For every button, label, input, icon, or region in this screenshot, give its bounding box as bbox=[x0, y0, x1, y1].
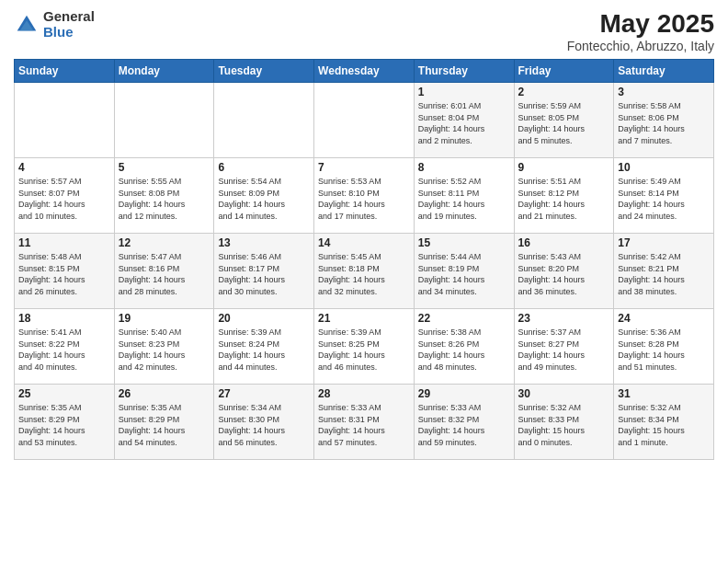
calendar-cell: 5Sunrise: 5:55 AM Sunset: 8:08 PM Daylig… bbox=[114, 158, 214, 234]
calendar-week-2: 4Sunrise: 5:57 AM Sunset: 8:07 PM Daylig… bbox=[15, 158, 714, 234]
col-friday: Friday bbox=[514, 60, 614, 83]
calendar-cell: 18Sunrise: 5:41 AM Sunset: 8:22 PM Dayli… bbox=[15, 309, 115, 385]
calendar-cell: 8Sunrise: 5:52 AM Sunset: 8:11 PM Daylig… bbox=[414, 158, 514, 234]
day-number: 2 bbox=[518, 86, 610, 98]
calendar-cell: 23Sunrise: 5:37 AM Sunset: 8:27 PM Dayli… bbox=[514, 309, 614, 385]
day-number: 14 bbox=[318, 236, 410, 249]
day-number: 12 bbox=[119, 236, 210, 249]
calendar-cell bbox=[214, 83, 314, 158]
day-info: Sunrise: 5:39 AM Sunset: 8:25 PM Dayligh… bbox=[318, 327, 410, 373]
day-number: 24 bbox=[618, 312, 710, 325]
day-info: Sunrise: 5:48 AM Sunset: 8:15 PM Dayligh… bbox=[18, 251, 110, 297]
day-number: 17 bbox=[618, 236, 710, 249]
day-number: 23 bbox=[518, 312, 610, 325]
col-wednesday: Wednesday bbox=[314, 60, 415, 83]
calendar-cell: 16Sunrise: 5:43 AM Sunset: 8:20 PM Dayli… bbox=[514, 234, 614, 309]
calendar-cell: 6Sunrise: 5:54 AM Sunset: 8:09 PM Daylig… bbox=[214, 158, 314, 234]
header-row: Sunday Monday Tuesday Wednesday Thursday… bbox=[15, 60, 714, 83]
day-info: Sunrise: 5:36 AM Sunset: 8:28 PM Dayligh… bbox=[618, 327, 710, 373]
calendar-cell: 14Sunrise: 5:45 AM Sunset: 8:18 PM Dayli… bbox=[314, 234, 415, 309]
day-info: Sunrise: 5:46 AM Sunset: 8:17 PM Dayligh… bbox=[218, 251, 310, 297]
logo-icon bbox=[14, 12, 40, 38]
day-number: 10 bbox=[618, 161, 710, 174]
day-info: Sunrise: 5:54 AM Sunset: 8:09 PM Dayligh… bbox=[218, 176, 310, 222]
day-info: Sunrise: 5:58 AM Sunset: 8:06 PM Dayligh… bbox=[618, 100, 710, 146]
calendar-cell: 20Sunrise: 5:39 AM Sunset: 8:24 PM Dayli… bbox=[214, 309, 314, 385]
day-info: Sunrise: 5:32 AM Sunset: 8:33 PM Dayligh… bbox=[518, 402, 610, 448]
calendar-cell: 28Sunrise: 5:33 AM Sunset: 8:31 PM Dayli… bbox=[314, 385, 415, 460]
day-number: 31 bbox=[618, 387, 710, 400]
calendar-cell: 29Sunrise: 5:33 AM Sunset: 8:32 PM Dayli… bbox=[414, 385, 514, 460]
title-block: May 2025 Fontecchio, Abruzzo, Italy bbox=[567, 9, 714, 53]
day-info: Sunrise: 5:34 AM Sunset: 8:30 PM Dayligh… bbox=[218, 402, 310, 448]
day-number: 11 bbox=[18, 236, 110, 249]
day-info: Sunrise: 5:51 AM Sunset: 8:12 PM Dayligh… bbox=[518, 176, 610, 222]
logo-general: General bbox=[43, 9, 95, 25]
calendar-header: Sunday Monday Tuesday Wednesday Thursday… bbox=[15, 60, 714, 83]
day-info: Sunrise: 5:44 AM Sunset: 8:19 PM Dayligh… bbox=[418, 251, 510, 297]
calendar-cell: 3Sunrise: 5:58 AM Sunset: 8:06 PM Daylig… bbox=[614, 83, 714, 158]
day-info: Sunrise: 6:01 AM Sunset: 8:04 PM Dayligh… bbox=[418, 100, 510, 146]
day-number: 21 bbox=[318, 312, 410, 325]
calendar-cell: 27Sunrise: 5:34 AM Sunset: 8:30 PM Dayli… bbox=[214, 385, 314, 460]
calendar-table: Sunday Monday Tuesday Wednesday Thursday… bbox=[14, 59, 714, 460]
day-info: Sunrise: 5:45 AM Sunset: 8:18 PM Dayligh… bbox=[318, 251, 410, 297]
day-number: 3 bbox=[618, 86, 710, 98]
day-number: 30 bbox=[518, 387, 610, 400]
day-info: Sunrise: 5:42 AM Sunset: 8:21 PM Dayligh… bbox=[618, 251, 710, 297]
calendar-cell: 26Sunrise: 5:35 AM Sunset: 8:29 PM Dayli… bbox=[114, 385, 214, 460]
calendar-week-3: 11Sunrise: 5:48 AM Sunset: 8:15 PM Dayli… bbox=[15, 234, 714, 309]
calendar-body: 1Sunrise: 6:01 AM Sunset: 8:04 PM Daylig… bbox=[15, 83, 714, 460]
calendar-cell: 13Sunrise: 5:46 AM Sunset: 8:17 PM Dayli… bbox=[214, 234, 314, 309]
page-header: General Blue May 2025 Fontecchio, Abruzz… bbox=[14, 9, 714, 53]
day-number: 7 bbox=[318, 161, 410, 174]
day-number: 29 bbox=[418, 387, 510, 400]
day-number: 22 bbox=[418, 312, 510, 325]
day-info: Sunrise: 5:55 AM Sunset: 8:08 PM Dayligh… bbox=[119, 176, 210, 222]
col-sunday: Sunday bbox=[15, 60, 115, 83]
logo-blue: Blue bbox=[43, 25, 95, 40]
day-info: Sunrise: 5:43 AM Sunset: 8:20 PM Dayligh… bbox=[518, 251, 610, 297]
calendar-cell: 7Sunrise: 5:53 AM Sunset: 8:10 PM Daylig… bbox=[314, 158, 415, 234]
calendar-week-5: 25Sunrise: 5:35 AM Sunset: 8:29 PM Dayli… bbox=[15, 385, 714, 460]
day-number: 28 bbox=[318, 387, 410, 400]
day-info: Sunrise: 5:39 AM Sunset: 8:24 PM Dayligh… bbox=[218, 327, 310, 373]
calendar-cell: 9Sunrise: 5:51 AM Sunset: 8:12 PM Daylig… bbox=[514, 158, 614, 234]
day-info: Sunrise: 5:59 AM Sunset: 8:05 PM Dayligh… bbox=[518, 100, 610, 146]
calendar-cell: 24Sunrise: 5:36 AM Sunset: 8:28 PM Dayli… bbox=[614, 309, 714, 385]
calendar-cell: 22Sunrise: 5:38 AM Sunset: 8:26 PM Dayli… bbox=[414, 309, 514, 385]
day-number: 8 bbox=[418, 161, 510, 174]
day-number: 20 bbox=[218, 312, 310, 325]
calendar-cell: 1Sunrise: 6:01 AM Sunset: 8:04 PM Daylig… bbox=[414, 83, 514, 158]
calendar-week-4: 18Sunrise: 5:41 AM Sunset: 8:22 PM Dayli… bbox=[15, 309, 714, 385]
calendar-cell: 25Sunrise: 5:35 AM Sunset: 8:29 PM Dayli… bbox=[15, 385, 115, 460]
calendar-cell: 30Sunrise: 5:32 AM Sunset: 8:33 PM Dayli… bbox=[514, 385, 614, 460]
day-info: Sunrise: 5:38 AM Sunset: 8:26 PM Dayligh… bbox=[418, 327, 510, 373]
col-thursday: Thursday bbox=[414, 60, 514, 83]
calendar-cell: 21Sunrise: 5:39 AM Sunset: 8:25 PM Dayli… bbox=[314, 309, 415, 385]
calendar-cell: 17Sunrise: 5:42 AM Sunset: 8:21 PM Dayli… bbox=[614, 234, 714, 309]
day-number: 16 bbox=[518, 236, 610, 249]
day-number: 1 bbox=[418, 86, 510, 98]
calendar-cell: 10Sunrise: 5:49 AM Sunset: 8:14 PM Dayli… bbox=[614, 158, 714, 234]
calendar-cell bbox=[314, 83, 415, 158]
day-number: 4 bbox=[18, 161, 110, 174]
day-info: Sunrise: 5:33 AM Sunset: 8:31 PM Dayligh… bbox=[318, 402, 410, 448]
calendar-cell bbox=[114, 83, 214, 158]
logo-text: General Blue bbox=[43, 9, 95, 40]
day-info: Sunrise: 5:57 AM Sunset: 8:07 PM Dayligh… bbox=[18, 176, 110, 222]
calendar-week-1: 1Sunrise: 6:01 AM Sunset: 8:04 PM Daylig… bbox=[15, 83, 714, 158]
day-number: 9 bbox=[518, 161, 610, 174]
calendar-cell: 15Sunrise: 5:44 AM Sunset: 8:19 PM Dayli… bbox=[414, 234, 514, 309]
logo: General Blue bbox=[14, 9, 95, 40]
day-info: Sunrise: 5:40 AM Sunset: 8:23 PM Dayligh… bbox=[119, 327, 210, 373]
calendar-cell: 2Sunrise: 5:59 AM Sunset: 8:05 PM Daylig… bbox=[514, 83, 614, 158]
day-info: Sunrise: 5:47 AM Sunset: 8:16 PM Dayligh… bbox=[119, 251, 210, 297]
calendar-cell: 11Sunrise: 5:48 AM Sunset: 8:15 PM Dayli… bbox=[15, 234, 115, 309]
day-number: 18 bbox=[18, 312, 110, 325]
calendar-cell: 19Sunrise: 5:40 AM Sunset: 8:23 PM Dayli… bbox=[114, 309, 214, 385]
day-info: Sunrise: 5:49 AM Sunset: 8:14 PM Dayligh… bbox=[618, 176, 710, 222]
day-number: 25 bbox=[18, 387, 110, 400]
day-info: Sunrise: 5:41 AM Sunset: 8:22 PM Dayligh… bbox=[18, 327, 110, 373]
day-info: Sunrise: 5:52 AM Sunset: 8:11 PM Dayligh… bbox=[418, 176, 510, 222]
